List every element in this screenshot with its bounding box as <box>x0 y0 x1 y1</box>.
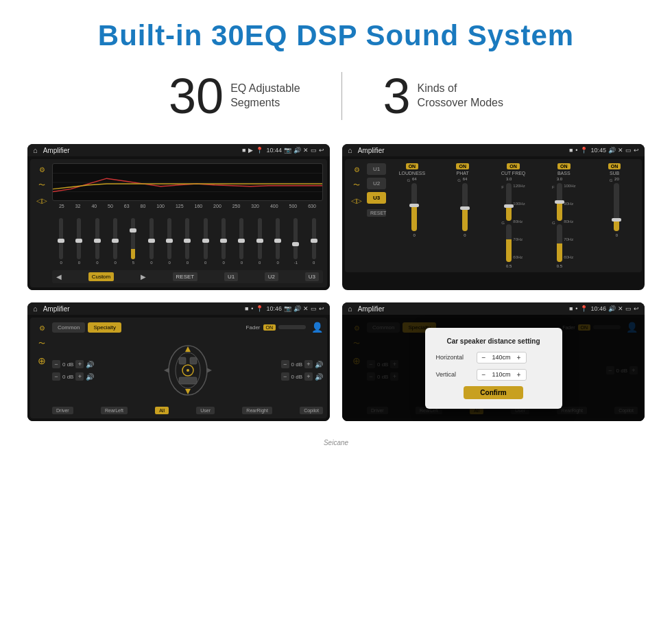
bullet-4: • <box>575 305 577 312</box>
custom-btn[interactable]: Custom <box>88 272 115 281</box>
eq-screen1: ⚙ 〜 ◁▷ <box>27 156 330 290</box>
eq-slider-7[interactable]: 0 <box>167 218 171 265</box>
left-bot-minus[interactable]: − <box>52 372 60 381</box>
eq-slider-13[interactable]: 0 <box>276 218 280 265</box>
u3-crossover-btn[interactable]: U3 <box>367 192 386 204</box>
screen1-card: ⌂ Amplifier ■ ▶ 📍 10:44 📷 🔊 ✕ ▭ ↩ ⚙ <box>27 144 330 290</box>
amp3-icon2[interactable]: 〜 <box>38 339 45 348</box>
eq-sidebar-icon3[interactable]: ◁▷ <box>36 197 47 204</box>
u3-btn[interactable]: U3 <box>305 272 319 281</box>
u2-crossover-btn[interactable]: U2 <box>367 178 386 189</box>
eq-slider-11[interactable]: 0 <box>239 218 243 265</box>
right-bot-minus[interactable]: − <box>281 372 289 381</box>
next-icon[interactable]: ▶ <box>141 273 146 281</box>
u1-btn[interactable]: U1 <box>224 272 238 281</box>
reset-crossover-btn[interactable]: RESET <box>367 209 386 217</box>
specialty-tab3[interactable]: Specialty <box>88 322 121 333</box>
confirm-button[interactable]: Confirm <box>464 386 523 399</box>
left-bot-plus[interactable]: + <box>75 372 84 381</box>
window-icon-4: ▭ <box>625 305 632 312</box>
reset-btn1[interactable]: RESET <box>173 272 198 281</box>
eq-sidebar-icon2[interactable]: 〜 <box>38 180 45 190</box>
amp-main3: ⚙ 〜 ⊕ Common Specialty Fader ON 👤 <box>30 318 327 418</box>
back-icon-2[interactable]: ↩ <box>634 147 639 154</box>
eq-slider-4[interactable]: 0 <box>113 218 117 265</box>
speaker-icon-lt: 🔊 <box>86 361 94 368</box>
svg-marker-7 <box>185 346 191 352</box>
vertical-minus[interactable]: − <box>480 371 488 379</box>
eq-slider-12[interactable]: 0 <box>258 218 262 265</box>
eq-slider-15[interactable]: 0 <box>312 218 316 265</box>
rear-left-btn3[interactable]: RearLeft <box>101 407 128 414</box>
eq-slider-10[interactable]: 0 <box>221 218 226 265</box>
cutfreq-on[interactable]: ON <box>507 163 520 169</box>
band-cutfreq: ON CUT FREQ FG 3.0 <box>490 163 537 268</box>
bass-on[interactable]: ON <box>557 163 571 169</box>
driver-btn3[interactable]: Driver <box>52 407 73 414</box>
camera-icon: 📷 <box>284 147 291 154</box>
amp3-icon1[interactable]: ⚙ <box>39 324 45 332</box>
common-tab3[interactable]: Common <box>52 322 85 333</box>
phat-name: PHAT <box>457 171 469 176</box>
right-speaker-col: − 0 dB + 🔊 − 0 dB + 🔊 <box>281 360 323 381</box>
right-top-val: 0 dB <box>291 361 302 368</box>
left-top-minus[interactable]: − <box>52 360 60 368</box>
left-top-val: 0 dB <box>62 361 73 368</box>
person-icon3[interactable]: 👤 <box>311 322 323 333</box>
eq-slider-6[interactable]: 0 <box>149 218 154 265</box>
left-top-db: − 0 dB + 🔊 <box>52 360 94 368</box>
home-icon-3[interactable]: ⌂ <box>33 305 38 313</box>
fader-slider3[interactable] <box>278 325 306 329</box>
svg-marker-9 <box>164 368 169 373</box>
left-top-plus[interactable]: + <box>75 360 84 368</box>
fader-on3[interactable]: ON <box>263 324 276 331</box>
screen3-right-icons: 10:46 📷 🔊 ✕ ▭ ↩ <box>266 305 324 312</box>
vertical-value: 110cm <box>490 371 514 378</box>
home-icon[interactable]: ⌂ <box>33 146 38 154</box>
cross-sidebar-icon2[interactable]: 〜 <box>353 180 360 190</box>
horizontal-minus[interactable]: − <box>480 354 488 361</box>
sub-on[interactable]: ON <box>608 163 621 169</box>
eq-slider-1[interactable]: 0 <box>59 218 63 265</box>
back-icon-3[interactable]: ↩ <box>319 305 324 312</box>
screen3-time: 10:46 <box>266 305 282 312</box>
crossover-main: ⚙ 〜 ◁▷ U1 U2 U3 RESET <box>345 159 642 272</box>
right-bot-plus[interactable]: + <box>304 372 313 381</box>
home-icon-2[interactable]: ⌂ <box>348 146 352 154</box>
back-icon[interactable]: ↩ <box>319 147 324 154</box>
loudness-on[interactable]: ON <box>406 163 419 169</box>
back-icon-4[interactable]: ↩ <box>634 305 639 312</box>
play-icon: ▶ <box>248 147 253 154</box>
eq-slider-8[interactable]: 0 <box>185 218 189 265</box>
home-icon-4[interactable]: ⌂ <box>348 305 352 313</box>
band-loudness: ON LOUDNESS G 64 0 <box>389 163 435 268</box>
horizontal-plus[interactable]: + <box>515 354 523 361</box>
amp3-icon3[interactable]: ⊕ <box>38 355 46 366</box>
rear-right-btn3[interactable]: RearRight <box>242 407 272 414</box>
eq-slider-9[interactable]: 0 <box>204 218 208 265</box>
eq-content1: 25 32 40 50 63 80 100 125 160 200 250 32… <box>52 163 323 283</box>
eq-main1: ⚙ 〜 ◁▷ <box>30 159 327 287</box>
eq-slider-14[interactable]: -1 <box>293 218 298 265</box>
eq-bottom-bar: ◀ Custom ▶ RESET U1 U2 U3 <box>52 270 323 283</box>
copilot-btn3[interactable]: Copilot <box>300 407 323 414</box>
screen4-time: 10:46 <box>590 305 606 312</box>
eq-sidebar-icon1[interactable]: ⚙ <box>39 166 45 174</box>
eq-slider-5[interactable]: 5 <box>131 218 135 265</box>
eq-slider-3[interactable]: 0 <box>95 218 99 265</box>
u2-btn[interactable]: U2 <box>265 272 278 281</box>
all-btn3[interactable]: All <box>155 407 169 414</box>
page-container: Built-in 30EQ DSP Sound System 30 EQ Adj… <box>0 0 672 448</box>
right-top-plus[interactable]: + <box>304 360 313 368</box>
cross-sidebar-icon3[interactable]: ◁▷ <box>351 197 362 204</box>
cross-sidebar-icon1[interactable]: ⚙ <box>354 166 360 174</box>
user-btn3[interactable]: User <box>196 407 215 414</box>
u1-crossover-btn[interactable]: U1 <box>367 163 386 175</box>
horizontal-label: Horizontal <box>436 354 474 361</box>
right-top-minus[interactable]: − <box>281 360 289 368</box>
prev-icon[interactable]: ◀ <box>56 273 62 281</box>
vertical-plus[interactable]: + <box>515 371 523 379</box>
loudness-name: LOUDNESS <box>399 171 426 176</box>
eq-slider-2[interactable]: 0 <box>77 218 81 265</box>
phat-on[interactable]: ON <box>456 163 469 169</box>
